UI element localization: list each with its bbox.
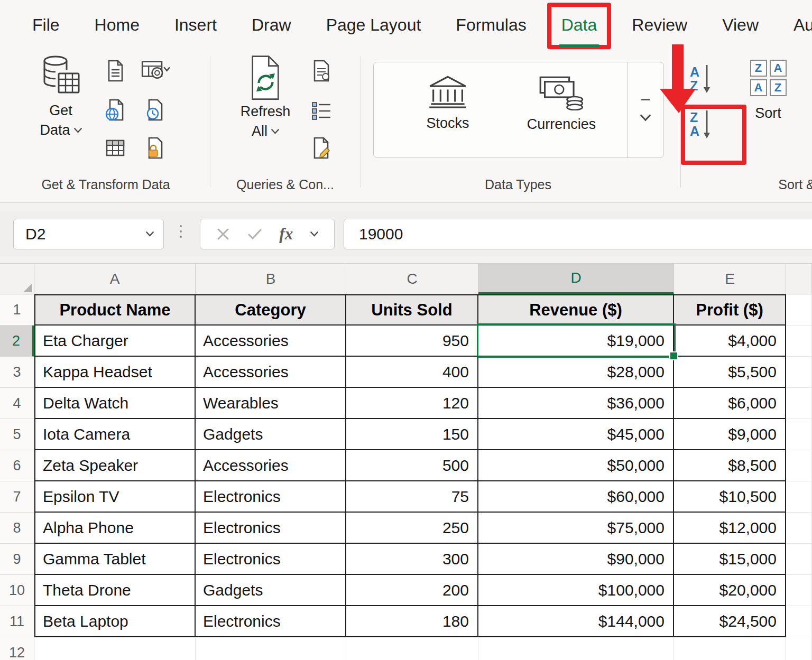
cell-C3[interactable]: 400	[346, 357, 478, 388]
cell-D8[interactable]: $75,000	[478, 513, 674, 544]
tab-page-layout[interactable]: Page Layout	[309, 0, 439, 50]
cell-F10[interactable]	[786, 575, 812, 606]
tab-review[interactable]: Review	[614, 0, 705, 50]
cell-E4[interactable]: $6,000	[674, 388, 786, 419]
row-header-6[interactable]: 6	[0, 450, 34, 481]
cell-A5[interactable]: Iota Camera	[34, 419, 196, 450]
row-header-9[interactable]: 9	[0, 544, 34, 575]
cell-D6[interactable]: $50,000	[478, 450, 674, 481]
cell-D2[interactable]: $19,000	[478, 326, 674, 357]
sort-descending-button[interactable]: ZA	[690, 109, 711, 139]
column-header-e[interactable]: E	[674, 264, 786, 294]
cell-E12[interactable]	[674, 637, 786, 660]
cell-F2[interactable]	[786, 326, 812, 357]
edit-links-button[interactable]	[308, 135, 335, 161]
from-table-range-button[interactable]	[102, 135, 129, 161]
cell-C11[interactable]: 180	[346, 606, 478, 637]
cell-B7[interactable]: Electronics	[196, 481, 346, 513]
cell-B6[interactable]: Accessories	[196, 450, 346, 481]
cell-D5[interactable]: $45,000	[478, 419, 674, 450]
cell-C8[interactable]: 250	[346, 513, 478, 544]
cell-C9[interactable]: 300	[346, 544, 478, 575]
cell-A8[interactable]: Alpha Phone	[34, 513, 196, 544]
cell-A4[interactable]: Delta Watch	[34, 388, 196, 419]
cell-D12[interactable]	[478, 637, 674, 660]
tab-draw[interactable]: Draw	[234, 0, 309, 50]
cell-D9[interactable]: $90,000	[478, 544, 674, 575]
sort-button[interactable]: ZAAZ Sort	[743, 60, 793, 123]
row-header-4[interactable]: 4	[0, 388, 34, 419]
cell-D4[interactable]: $36,000	[478, 388, 674, 419]
cell-E10[interactable]: $20,000	[674, 575, 786, 606]
cell-B8[interactable]: Electronics	[196, 513, 346, 544]
name-box[interactable]: D2	[13, 219, 164, 249]
cell-E9[interactable]: $15,000	[674, 544, 786, 575]
cell-A3[interactable]: Kappa Headset	[34, 357, 196, 388]
cell-E8[interactable]: $12,000	[674, 513, 786, 544]
cell-D7[interactable]: $60,000	[478, 481, 674, 513]
cell-A9[interactable]: Gamma Tablet	[34, 544, 196, 575]
query-properties-button[interactable]	[308, 58, 335, 84]
cell-C6[interactable]: 500	[346, 450, 478, 481]
cell-F3[interactable]	[786, 357, 812, 388]
row-header-12[interactable]: 12	[0, 637, 34, 660]
column-header-a[interactable]: A	[34, 264, 196, 294]
currencies-button[interactable]: Currencies	[509, 74, 614, 134]
row-header-7[interactable]: 7	[0, 481, 34, 513]
cell-E3[interactable]: $5,500	[674, 357, 786, 388]
gallery-more-icon[interactable]	[640, 114, 651, 122]
tab-view[interactable]: View	[705, 0, 776, 50]
chevron-down-icon[interactable]	[310, 231, 318, 237]
cell-C5[interactable]: 150	[346, 419, 478, 450]
formula-input[interactable]: 19000	[344, 219, 812, 249]
refresh-all-button[interactable]: Refresh All	[226, 54, 305, 141]
row-header-11[interactable]: 11	[0, 606, 34, 637]
row-header-2[interactable]: 2	[0, 326, 34, 357]
column-header-d[interactable]: D	[478, 264, 674, 294]
cell-F1[interactable]	[786, 294, 812, 326]
cell-C2[interactable]: 950	[346, 326, 478, 357]
cell-E1[interactable]: Profit ($)	[674, 294, 786, 326]
workbook-links-button[interactable]	[308, 97, 335, 123]
sort-ascending-button[interactable]: AZ	[690, 64, 711, 94]
gallery-scroll-control[interactable]	[627, 62, 663, 157]
cancel-icon[interactable]	[216, 227, 230, 241]
row-header-3[interactable]: 3	[0, 357, 34, 388]
row-header-8[interactable]: 8	[0, 513, 34, 544]
cell-D11[interactable]: $144,000	[478, 606, 674, 637]
column-header-c[interactable]: C	[346, 264, 478, 294]
cell-F6[interactable]	[786, 450, 812, 481]
cell-D1[interactable]: Revenue ($)	[478, 294, 674, 326]
cell-B1[interactable]: Category	[196, 294, 346, 326]
row-header-10[interactable]: 10	[0, 575, 34, 606]
from-web-button[interactable]	[102, 97, 129, 123]
cell-B10[interactable]: Gadgets	[196, 575, 346, 606]
enter-check-icon[interactable]	[247, 228, 262, 240]
cell-E2[interactable]: $4,000	[674, 326, 786, 357]
cell-C12[interactable]	[346, 637, 478, 660]
cell-F12[interactable]	[786, 637, 812, 660]
cell-C7[interactable]: 75	[346, 481, 478, 513]
formula-bar-drag-handle[interactable]	[180, 225, 182, 238]
cell-A12[interactable]	[34, 637, 196, 660]
insert-function-icon[interactable]: fx	[279, 225, 293, 244]
row-header-5[interactable]: 5	[0, 419, 34, 450]
cell-F5[interactable]	[786, 419, 812, 450]
cell-F8[interactable]	[786, 513, 812, 544]
cell-E5[interactable]: $9,000	[674, 419, 786, 450]
cell-B2[interactable]: Accessories	[196, 326, 346, 357]
column-header-b[interactable]: B	[196, 264, 346, 294]
cell-A11[interactable]: Beta Laptop	[34, 606, 196, 637]
from-text-csv-button[interactable]	[102, 58, 129, 84]
cell-A2[interactable]: Eta Charger	[34, 326, 196, 357]
select-all-corner[interactable]	[0, 264, 34, 294]
cell-B12[interactable]	[196, 637, 346, 660]
cell-C10[interactable]: 200	[346, 575, 478, 606]
cell-B5[interactable]: Gadgets	[196, 419, 346, 450]
cell-E11[interactable]: $24,500	[674, 606, 786, 637]
tab-formulas[interactable]: Formulas	[438, 0, 543, 50]
tab-home[interactable]: Home	[77, 0, 157, 50]
cell-D10[interactable]: $100,000	[478, 575, 674, 606]
cell-E7[interactable]: $10,500	[674, 481, 786, 513]
tab-insert[interactable]: Insert	[157, 0, 234, 50]
